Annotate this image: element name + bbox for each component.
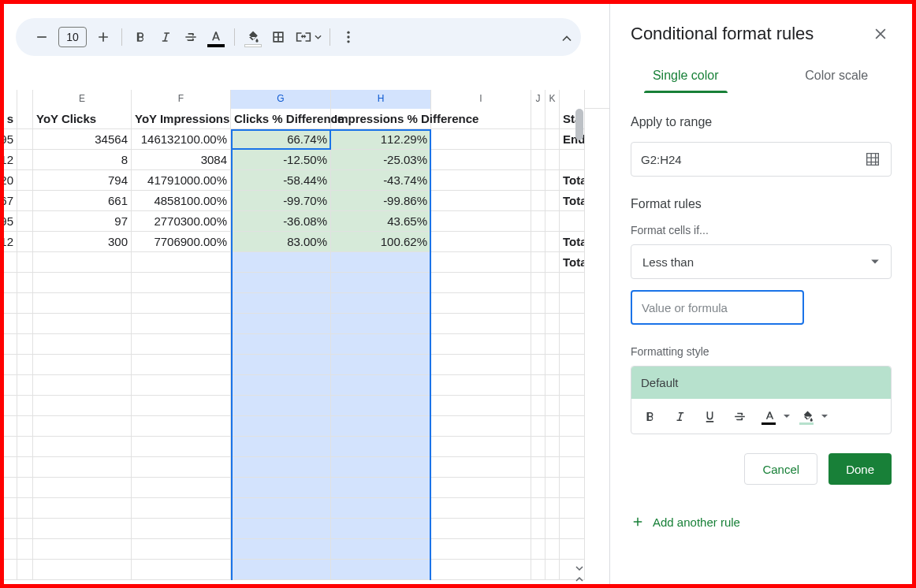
cell[interactable] (17, 252, 33, 273)
cell[interactable] (17, 519, 33, 539)
cell[interactable]: 83.00% (231, 232, 331, 252)
cell[interactable] (331, 355, 431, 375)
borders-button[interactable] (266, 25, 290, 49)
cell[interactable] (33, 519, 132, 539)
cell[interactable] (331, 416, 431, 437)
cell[interactable]: 661 (33, 191, 132, 211)
cell[interactable] (531, 191, 546, 211)
cell[interactable] (546, 355, 560, 375)
condition-dropdown[interactable]: Less than (631, 244, 892, 279)
cell[interactable] (431, 314, 531, 334)
cell[interactable] (546, 416, 560, 437)
cell[interactable] (132, 498, 231, 519)
cell[interactable] (431, 416, 531, 437)
cell[interactable] (17, 314, 33, 334)
cell[interactable] (17, 498, 33, 519)
cell[interactable] (17, 355, 33, 375)
tab-color-scale[interactable]: Color scale (761, 58, 913, 93)
cell[interactable] (546, 129, 560, 150)
cell[interactable]: YoY Clicks (33, 109, 132, 129)
cell[interactable]: 120 (4, 170, 17, 191)
cell[interactable] (17, 478, 33, 498)
cell[interactable]: 795 (4, 211, 17, 232)
cell[interactable] (4, 560, 17, 580)
style-italic-button[interactable] (666, 404, 693, 429)
cell[interactable] (231, 519, 331, 539)
cell[interactable] (431, 191, 531, 211)
cell[interactable] (431, 539, 531, 560)
cell[interactable]: -58.44% (231, 170, 331, 191)
cell[interactable] (4, 293, 17, 314)
cell[interactable] (546, 457, 560, 478)
cell[interactable] (331, 252, 431, 273)
style-strikethrough-button[interactable] (726, 404, 753, 429)
cell[interactable] (33, 396, 132, 416)
cell[interactable] (33, 498, 132, 519)
cell[interactable]: -25.03% (331, 150, 431, 170)
cell[interactable] (132, 539, 231, 560)
cell[interactable] (231, 314, 331, 334)
fill-color-button[interactable] (241, 25, 265, 49)
cell[interactable] (431, 498, 531, 519)
cell[interactable] (132, 252, 231, 273)
cell[interactable] (431, 109, 531, 129)
cell[interactable]: 3084 (132, 150, 231, 170)
cell[interactable] (231, 334, 331, 355)
cell[interactable] (531, 355, 546, 375)
cell[interactable] (33, 334, 132, 355)
strikethrough-button[interactable] (179, 25, 203, 49)
cell[interactable] (431, 334, 531, 355)
cell[interactable] (231, 498, 331, 519)
cell[interactable] (132, 457, 231, 478)
italic-button[interactable] (154, 25, 177, 49)
cell[interactable]: 8 (33, 150, 132, 170)
cell[interactable] (531, 129, 546, 150)
cell[interactable] (531, 416, 546, 437)
col-header-f[interactable]: F (132, 90, 231, 109)
font-size-decrease-button[interactable] (30, 25, 54, 49)
font-size-increase-button[interactable] (91, 25, 115, 49)
cell[interactable] (331, 293, 431, 314)
cell[interactable]: 612 (4, 232, 17, 252)
cell[interactable] (531, 437, 546, 457)
bold-button[interactable] (128, 25, 152, 49)
cell[interactable] (17, 396, 33, 416)
cell[interactable] (231, 437, 331, 457)
cell[interactable] (231, 478, 331, 498)
cell[interactable] (4, 437, 17, 457)
cell[interactable] (17, 334, 33, 355)
cell[interactable] (231, 560, 331, 580)
cell[interactable] (33, 273, 132, 293)
cell[interactable] (17, 150, 33, 170)
cell[interactable] (132, 355, 231, 375)
add-another-rule-button[interactable]: Add another rule (610, 499, 912, 529)
cell[interactable] (331, 396, 431, 416)
cell[interactable]: 794 (33, 170, 132, 191)
chevron-down-icon[interactable] (783, 412, 791, 420)
cell[interactable] (546, 396, 560, 416)
range-input[interactable]: G2:H24 (631, 142, 892, 177)
cell[interactable] (33, 437, 132, 457)
cell[interactable]: 97 (33, 211, 132, 232)
cell[interactable] (17, 232, 33, 252)
cell[interactable] (33, 314, 132, 334)
cell[interactable]: 112.29% (331, 129, 431, 150)
cell[interactable]: 34564 (33, 129, 132, 150)
cell[interactable] (33, 560, 132, 580)
formatting-style-preview[interactable]: Default (631, 367, 891, 399)
cell[interactable]: 312 (4, 150, 17, 170)
cell[interactable] (132, 293, 231, 314)
font-size-input[interactable]: 10 (58, 27, 87, 47)
cell[interactable] (531, 498, 546, 519)
cell[interactable] (546, 232, 560, 252)
cell[interactable] (431, 170, 531, 191)
cell[interactable] (33, 416, 132, 437)
cell[interactable]: 300 (33, 232, 132, 252)
cell[interactable] (546, 437, 560, 457)
cell[interactable] (4, 396, 17, 416)
cell[interactable] (17, 273, 33, 293)
vertical-scrollbar[interactable] (574, 109, 585, 582)
col-header-d[interactable] (17, 90, 33, 109)
cell[interactable] (17, 293, 33, 314)
cell[interactable] (546, 560, 560, 580)
